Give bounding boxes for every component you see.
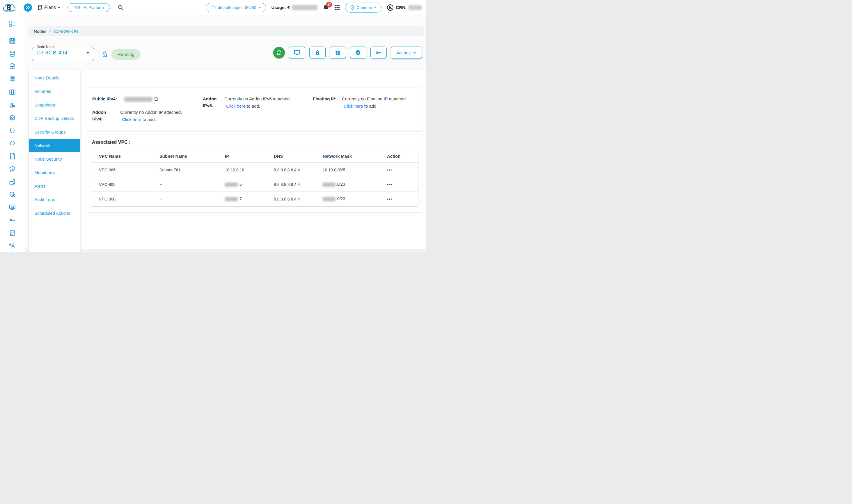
security-button[interactable] xyxy=(350,47,366,59)
row-actions-menu[interactable]: ••• xyxy=(387,182,399,186)
search-icon xyxy=(117,4,124,11)
submenu-network[interactable]: Network xyxy=(29,139,80,152)
rail-settings-gear-icon[interactable] xyxy=(6,113,19,123)
submenu-alerts[interactable]: Alerts xyxy=(29,179,80,193)
node-lock-button[interactable] xyxy=(101,51,108,58)
submenu-scheduled-actions[interactable]: Scheduled Actions xyxy=(29,206,80,220)
cell-ip: .6 xyxy=(225,182,274,187)
rail-database-icon[interactable] xyxy=(6,49,19,58)
mask-redacted xyxy=(323,182,336,187)
submenu-snapshots[interactable]: Snapshots xyxy=(29,98,80,112)
cell-subnet-name: -- xyxy=(160,197,225,201)
refresh-icon xyxy=(275,49,283,56)
node-toolbar: Actions xyxy=(273,47,422,59)
cell-vpc-name: VPC-900 xyxy=(99,182,160,187)
addon-ipv6-click-here-link[interactable]: Click here xyxy=(226,104,246,109)
floating-ip-label: Floating IP: xyxy=(313,95,338,110)
submenu-monitoring[interactable]: Monitoring xyxy=(29,166,80,180)
associated-vpc-card: Associated VPC : VPC Name Subnet Name IP… xyxy=(87,134,422,213)
chevron-down-icon xyxy=(413,52,416,54)
col-ip: IP xyxy=(225,154,274,159)
submenu-node-security[interactable]: Node Security xyxy=(29,152,80,166)
submenu-volumes[interactable]: Volumes xyxy=(29,85,80,98)
bottom-strip xyxy=(25,249,426,252)
rail-kubernetes-icon[interactable] xyxy=(6,87,19,97)
caret-down-icon xyxy=(258,6,261,8)
breadcrumb: Nodes » C3-8GB-494 xyxy=(29,26,424,36)
crn-label: CRN. xyxy=(396,5,406,10)
submenu-node-details[interactable]: Node Details xyxy=(29,71,80,85)
cell-vpc-name: VPC-900 xyxy=(99,197,160,201)
key-icon xyxy=(375,49,382,56)
plans-menu[interactable]: Plans xyxy=(37,4,60,11)
rail-compute-nodes-icon[interactable] xyxy=(6,36,19,46)
submenu-audit-logs[interactable]: Audit Logs xyxy=(29,193,80,206)
rail-billing-icon[interactable]: $ xyxy=(6,100,19,110)
rail-api-braces-icon[interactable] xyxy=(6,125,19,135)
submenu-cdp-backup[interactable]: CDP Backup Details xyxy=(29,112,80,125)
console-button[interactable] xyxy=(289,47,305,59)
caret-down-icon xyxy=(57,6,60,9)
svg-text:$: $ xyxy=(11,103,12,106)
icon-rail: $ ? xyxy=(0,15,25,252)
top-header: E2E Cloud Plans TIR - AI Platform xyxy=(0,0,426,15)
save-image-button[interactable] xyxy=(330,47,346,59)
logo-wordmark: E2E Cloud xyxy=(5,10,13,12)
cell-network-mask: 10.10.0.0/25 xyxy=(323,168,387,172)
node-name-select[interactable]: Node Name C3-8GB-494 xyxy=(32,45,94,61)
rail-security-shield-icon[interactable] xyxy=(6,190,19,199)
tir-ai-platform-button[interactable]: TIR - AI Platform xyxy=(68,3,110,12)
rail-invite-user-icon[interactable] xyxy=(6,241,19,251)
row-actions-menu[interactable]: ••• xyxy=(387,197,399,201)
select-caret-icon xyxy=(86,52,90,54)
vpc-table: VPC Name Subnet Name IP DNS Network Mask… xyxy=(91,150,418,206)
double-chevron-right-icon xyxy=(26,5,30,9)
col-dns: DNS xyxy=(274,154,323,159)
project-selector[interactable]: default-project-36740 xyxy=(206,3,266,12)
copy-icon xyxy=(153,96,158,102)
actions-label: Actions xyxy=(396,50,411,55)
floating-ip-click-here-link[interactable]: Click here xyxy=(344,104,363,109)
rail-marketplace-icon[interactable] xyxy=(6,228,19,238)
page: E2E Cloud Plans TIR - AI Platform xyxy=(0,0,426,252)
rail-cloud-network-icon[interactable] xyxy=(6,61,19,71)
copy-ip-button[interactable] xyxy=(153,96,158,103)
caret-down-icon xyxy=(374,6,377,8)
sidebar-expand-button[interactable] xyxy=(24,3,32,12)
notifications-button[interactable]: 47 xyxy=(323,4,329,11)
refresh-button[interactable] xyxy=(273,47,285,58)
apps-grid-icon xyxy=(334,5,340,10)
rail-monitoring-icon[interactable] xyxy=(6,202,19,212)
breadcrumb-nodes-link[interactable]: Nodes xyxy=(34,29,46,34)
ssh-key-button[interactable] xyxy=(370,47,387,59)
rail-support-chat-icon[interactable]: ? xyxy=(6,164,19,174)
unlock-icon xyxy=(101,51,108,58)
e2e-cloud-logo[interactable]: E2E Cloud xyxy=(2,1,16,14)
region-selector[interactable]: Chennai xyxy=(345,3,381,13)
search-button[interactable] xyxy=(117,4,124,11)
apps-grid-button[interactable] xyxy=(334,5,340,10)
rail-images-icon[interactable] xyxy=(6,151,19,161)
svg-text:?: ? xyxy=(12,167,13,170)
console-monitor-icon xyxy=(294,50,300,56)
cell-network-mask: .0/23 xyxy=(323,182,387,187)
tir-label: TIR - AI Platform xyxy=(74,5,104,10)
rail-gpu-nodes-icon[interactable] xyxy=(6,74,19,84)
actions-dropdown-button[interactable]: Actions xyxy=(391,47,422,59)
account-menu[interactable]: CRN. xyxy=(387,4,422,11)
addon-ipv4-click-here-link[interactable]: Click here xyxy=(122,117,141,122)
addon-ipv4-label: Addon IPv4: xyxy=(92,109,116,123)
usage-value-redacted xyxy=(292,5,318,10)
cloud-logo-icon: E2E Cloud xyxy=(3,1,16,14)
lock-node-button[interactable] xyxy=(309,47,326,59)
node-submenu: Node Details Volumes Snapshots CDP Backu… xyxy=(29,70,80,252)
submenu-security-groups[interactable]: Security Groups xyxy=(29,125,80,139)
rail-datacenter-icon[interactable] xyxy=(6,177,19,186)
rail-ssh-keys-icon[interactable] xyxy=(6,215,19,225)
rail-code-icon[interactable] xyxy=(6,138,19,148)
cell-dns: 8.8.8.8 8.8.4.4 xyxy=(274,168,323,172)
rail-dashboard-add-icon[interactable] xyxy=(6,19,19,29)
ip-redacted xyxy=(225,182,238,187)
associated-vpc-title: Associated VPC : xyxy=(92,140,130,145)
row-actions-menu[interactable]: ••• xyxy=(387,168,399,172)
